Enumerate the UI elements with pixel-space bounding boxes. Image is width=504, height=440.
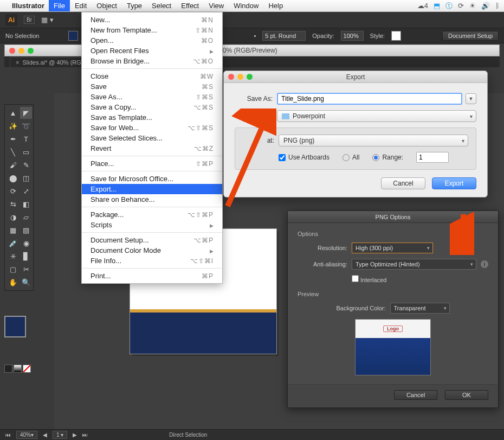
gradient-tool-icon[interactable]: ▨ — [20, 224, 32, 236]
paintbrush-tool-icon[interactable]: 🖌 — [7, 159, 19, 171]
zoom-tool-icon[interactable]: 🔍 — [20, 276, 32, 288]
file-menu-item[interactable]: Export... — [82, 184, 222, 194]
creative-cloud-icon[interactable]: ☁4 — [417, 2, 428, 10]
save-as-input[interactable] — [277, 93, 462, 105]
color-swatch-panel[interactable] — [4, 316, 43, 373]
zoom-icon[interactable] — [247, 74, 253, 80]
file-menu-item[interactable]: Package...⌥⇧⌘P — [82, 209, 222, 220]
selection-tool-icon[interactable]: ▲ — [7, 107, 19, 119]
file-menu-item[interactable]: Open...⌘O — [82, 35, 222, 46]
menu-object[interactable]: Object — [92, 0, 122, 11]
hand-tool-icon[interactable]: ✋ — [7, 276, 19, 288]
file-menu-item[interactable]: Save for Web...⌥⇧⌘S — [82, 123, 222, 133]
fill-color-swatch[interactable] — [4, 316, 26, 337]
file-menu-item[interactable]: New...⌘N — [82, 15, 222, 25]
file-menu-item[interactable]: Save as Template... — [82, 112, 222, 123]
file-menu-item[interactable]: Share on Behance... — [82, 194, 222, 205]
window-traffic-lights[interactable] — [9, 48, 34, 54]
file-menu-item[interactable]: Document Color Mode — [82, 245, 222, 256]
artboard-nav[interactable]: 1 ▾ — [53, 431, 67, 439]
file-menu-item[interactable]: Save a Copy...⌥⌘S — [82, 102, 222, 112]
menu-file[interactable]: File — [49, 0, 70, 11]
nav-next-icon[interactable]: ▶ — [73, 432, 77, 438]
minimize-icon[interactable] — [237, 74, 243, 80]
file-menu-item[interactable]: Browse in Bridge...⌥⌘O — [82, 56, 222, 66]
pencil-tool-icon[interactable]: ✎ — [20, 159, 32, 171]
type-tool-icon[interactable]: T — [20, 133, 32, 145]
info-icon[interactable]: i — [481, 260, 488, 268]
resolution-select[interactable]: High (300 ppi) — [352, 243, 433, 253]
nav-first-icon[interactable]: ⏮ — [5, 432, 11, 438]
rectangle-tool-icon[interactable]: ▭ — [20, 146, 32, 158]
blob-brush-tool-icon[interactable]: ⬤ — [7, 172, 19, 184]
document-setup-button[interactable]: Document Setup — [442, 31, 499, 41]
file-menu-item[interactable]: Place...⇧⌘P — [82, 158, 222, 169]
arrange-icon[interactable]: ▦ ▾ — [41, 16, 54, 24]
magic-wand-tool-icon[interactable]: ✨ — [7, 120, 19, 132]
menu-type[interactable]: Type — [122, 0, 147, 11]
menu-select[interactable]: Select — [147, 0, 176, 11]
width-tool-icon[interactable]: ⇆ — [7, 198, 19, 210]
sun-icon[interactable]: ☀ — [469, 2, 476, 10]
bg-color-select[interactable]: Transparent — [390, 303, 450, 314]
use-artboards-checkbox[interactable]: Use Artboards — [279, 154, 329, 161]
slice-tool-icon[interactable]: ✂ — [20, 263, 32, 275]
export-cancel-button[interactable]: Cancel — [381, 177, 425, 189]
graph-tool-icon[interactable]: ▊ — [20, 250, 32, 262]
br-icon[interactable]: Br — [24, 16, 35, 24]
rotate-tool-icon[interactable]: ⟳ — [7, 185, 19, 197]
color-mode-row[interactable] — [4, 365, 43, 373]
blend-tool-icon[interactable]: ◉ — [20, 237, 32, 249]
png-ok-button[interactable]: OK — [445, 390, 488, 400]
line-tool-icon[interactable]: ╲ — [7, 146, 19, 158]
menu-edit[interactable]: Edit — [70, 0, 92, 11]
close-icon[interactable] — [228, 74, 234, 80]
artboard-tool-icon[interactable]: ▢ — [7, 263, 19, 275]
file-menu-item[interactable]: Save As...⇧⌘S — [82, 92, 222, 102]
file-menu-item[interactable]: Scripts — [82, 220, 222, 230]
file-menu-item[interactable]: Save⌘S — [82, 81, 222, 92]
lasso-tool-icon[interactable]: ➰ — [20, 120, 32, 132]
anti-aliasing-select[interactable]: Type Optimized (Hinted) — [352, 259, 476, 270]
file-menu-item[interactable]: Print...⌘P — [82, 271, 222, 281]
file-menu-item[interactable]: New from Template...⇧⌘N — [82, 25, 222, 35]
shape-builder-tool-icon[interactable]: ◑ — [7, 211, 19, 223]
menu-help[interactable]: Help — [263, 0, 288, 11]
sync-icon[interactable]: ⟳ — [458, 2, 464, 10]
where-select[interactable]: Powerpoint — [277, 110, 476, 122]
png-cancel-button[interactable]: Cancel — [394, 390, 437, 400]
style-swatch[interactable] — [391, 31, 401, 41]
symbol-sprayer-tool-icon[interactable]: ⚹ — [7, 250, 19, 262]
file-menu-item[interactable]: File Info...⌥⇧⌘I — [82, 256, 222, 266]
dropbox-icon[interactable]: ⬒ — [434, 2, 440, 10]
nav-last-icon[interactable]: ⏭ — [82, 432, 88, 438]
file-menu-item[interactable]: Document Setup...⌥⌘P — [82, 235, 222, 245]
file-menu-item[interactable]: Save Selected Slices... — [82, 133, 222, 143]
range-input[interactable] — [416, 152, 449, 163]
eraser-tool-icon[interactable]: ◫ — [20, 172, 32, 184]
export-confirm-button[interactable]: Export — [432, 177, 476, 189]
stroke-profile-select[interactable]: 5 pt. Round — [262, 31, 306, 41]
nav-prev-icon[interactable]: ◀ — [43, 432, 47, 438]
format-select[interactable]: PNG (png) — [279, 135, 468, 146]
opacity-input[interactable]: 100% — [341, 31, 364, 41]
app-menu[interactable]: Illustrator — [8, 2, 49, 10]
te-icon[interactable]: ⓣ — [445, 1, 453, 11]
zoom-level[interactable]: 40% ▾ — [16, 431, 37, 439]
file-menu-item[interactable]: Save for Microsoft Office... — [82, 174, 222, 184]
all-radio[interactable]: All — [343, 154, 359, 161]
menu-effect[interactable]: Effect — [176, 0, 204, 11]
interlaced-checkbox[interactable]: Interlaced — [352, 275, 386, 283]
direct-selection-tool-icon[interactable]: ◤ — [20, 107, 32, 119]
free-transform-tool-icon[interactable]: ◧ — [20, 198, 32, 210]
volume-icon[interactable]: 🔊 — [481, 2, 490, 10]
pen-tool-icon[interactable]: ✒ — [7, 133, 19, 145]
file-menu-item[interactable]: Open Recent Files — [82, 46, 222, 56]
fill-swatch[interactable] — [68, 31, 78, 41]
menu-view[interactable]: View — [204, 0, 229, 11]
expand-dialog-button[interactable]: ▼ — [466, 93, 476, 104]
file-menu-item[interactable]: Revert⌥⌘Z — [82, 143, 222, 154]
scale-tool-icon[interactable]: ⤢ — [20, 185, 32, 197]
mesh-tool-icon[interactable]: ▦ — [7, 224, 19, 236]
eyedropper-tool-icon[interactable]: 💉 — [7, 237, 19, 249]
